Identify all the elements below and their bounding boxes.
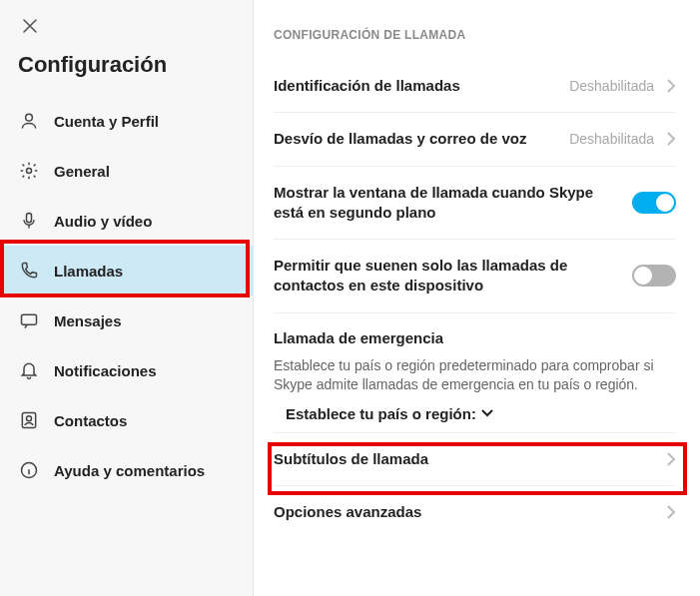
sidebar-item-general[interactable]: General [0, 146, 253, 196]
emergency-block: Llamada de emergencia Establece tu país … [274, 313, 676, 433]
row-forwarding[interactable]: Desvío de llamadas y correo de voz Desha… [274, 113, 676, 166]
message-icon [18, 309, 40, 331]
sidebar-item-calls[interactable]: Llamadas [0, 246, 253, 296]
row-label: Mostrar la ventana de llamada cuando Sky… [274, 183, 620, 224]
svg-point-0 [26, 114, 33, 121]
row-label: Subtítulos de llamada [274, 449, 654, 469]
settings-content: CONFIGURACIÓN DE LLAMADA Identificación … [254, 0, 700, 596]
row-ring-contacts-only: Permitir que suenen solo las llamadas de… [274, 240, 676, 313]
sidebar-title: Configuración [0, 42, 253, 96]
row-label: Identificación de llamadas [274, 76, 557, 96]
svg-rect-2 [27, 214, 32, 223]
sidebar-item-contacts[interactable]: Contactos [0, 395, 253, 445]
bell-icon [18, 359, 40, 381]
chevron-right-icon [666, 131, 676, 147]
row-label: Permitir que suenen solo las llamadas de… [274, 256, 620, 297]
country-region-picker[interactable]: Establece tu país o región: [274, 405, 676, 422]
svg-rect-4 [22, 413, 35, 428]
sidebar-item-label: Notificaciones [54, 362, 157, 379]
phone-icon [18, 260, 40, 282]
sidebar-item-notifications[interactable]: Notificaciones [0, 345, 253, 395]
row-status: Deshabilitada [569, 131, 654, 147]
sidebar-item-label: Ayuda y comentarios [54, 462, 205, 479]
sidebar-item-label: Contactos [54, 412, 127, 429]
row-call-subtitles[interactable]: Subtítulos de llamada [274, 433, 676, 486]
chevron-down-icon [480, 408, 494, 418]
svg-point-1 [27, 169, 32, 174]
emergency-title: Llamada de emergencia [274, 329, 676, 346]
sidebar-item-label: General [54, 163, 110, 180]
row-show-call-window: Mostrar la ventana de llamada cuando Sky… [274, 167, 676, 241]
toggle-ring-contacts-only[interactable] [632, 265, 676, 287]
chevron-right-icon [666, 451, 676, 467]
sidebar-item-help[interactable]: Ayuda y comentarios [0, 445, 253, 495]
microphone-icon [18, 210, 40, 232]
svg-point-5 [27, 416, 32, 421]
contacts-icon [18, 409, 40, 431]
region-picker-label: Establece tu país o región: [286, 405, 476, 422]
svg-rect-3 [22, 314, 37, 324]
settings-sidebar: Configuración Cuenta y Perfil General Au… [0, 0, 254, 596]
sidebar-item-account[interactable]: Cuenta y Perfil [0, 96, 253, 146]
sidebar-item-label: Mensajes [54, 312, 122, 329]
row-caller-id[interactable]: Identificación de llamadas Deshabilitada [274, 60, 676, 113]
person-icon [18, 110, 40, 132]
row-label: Opciones avanzadas [274, 502, 654, 522]
emergency-description: Establece tu país o región predeterminad… [274, 356, 676, 395]
info-icon [18, 459, 40, 481]
row-label: Desvío de llamadas y correo de voz [274, 129, 557, 149]
row-status: Deshabilitada [569, 78, 654, 94]
gear-icon [18, 160, 40, 182]
toggle-show-call-window[interactable] [632, 192, 676, 214]
sidebar-item-label: Audio y vídeo [54, 213, 152, 230]
sidebar-item-messages[interactable]: Mensajes [0, 296, 253, 345]
row-advanced-options[interactable]: Opciones avanzadas [274, 486, 676, 538]
sidebar-item-label: Llamadas [54, 263, 123, 280]
sidebar-item-audio-video[interactable]: Audio y vídeo [0, 196, 253, 246]
chevron-right-icon [666, 78, 676, 94]
section-header: CONFIGURACIÓN DE LLAMADA [274, 28, 676, 42]
close-button[interactable] [14, 10, 46, 42]
chevron-right-icon [666, 504, 676, 520]
close-icon [23, 19, 37, 33]
sidebar-item-label: Cuenta y Perfil [54, 113, 159, 130]
